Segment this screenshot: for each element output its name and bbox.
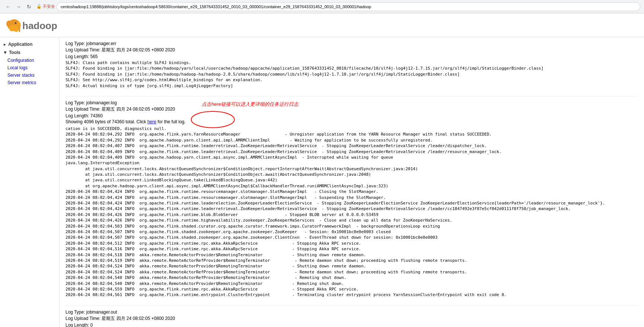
log-length-log: Log Length: 74360 [65, 113, 638, 118]
page-wrapper: hadoop ► Application ▼ Tools Configurati… [0, 13, 644, 327]
log-section-err: Log Type: jobmanager.err Log Upload Time… [65, 41, 638, 89]
main-area: ► Application ▼ Tools Configuration Loca… [0, 37, 644, 327]
application-label: Application [8, 42, 32, 47]
content-area: Log Type: jobmanager.err Log Upload Time… [60, 37, 644, 327]
annotation-text: 点击here链接可以进入更详细的任务运行日志 [202, 101, 298, 108]
nav-buttons: ← → ↻ [4, 2, 33, 11]
address-bar[interactable] [57, 2, 640, 11]
sidebar-link-configuration[interactable]: Configuration [0, 57, 59, 64]
log-body-err: SLF4J: Class path contains multiple SLF4… [65, 60, 638, 89]
hadoop-logo: hadoop [6, 16, 65, 34]
log-upload-out: Log Upload Time: 星期五 四月 24 08:02:05 +080… [65, 315, 638, 322]
log-upload-err: Log Upload Time: 星期五 四月 24 08:02:05 +080… [65, 47, 638, 53]
log-section-out: Log Type: jobmanager.out Log Upload Time… [65, 309, 638, 327]
svg-text:hadoop: hadoop [22, 20, 57, 31]
log-upload-log: Log Upload Time: 星期五 四月 24 08:02:05 +080… [65, 106, 638, 112]
back-button[interactable]: ← [4, 2, 13, 11]
security-indicator: 🔓 不安全 [36, 4, 55, 9]
sidebar-tools-header[interactable]: ▼ Tools [0, 48, 59, 57]
log-type-err: Log Type: jobmanager.err [65, 41, 638, 46]
sidebar-link-local-logs[interactable]: Local logs [0, 64, 59, 72]
showing-text: Showing 4096 bytes of 74360 total. Click [65, 119, 147, 124]
full-log-link[interactable]: here [147, 119, 156, 124]
logo-area: hadoop [6, 16, 65, 34]
svg-point-4 [6, 20, 12, 27]
log-length-err: Log Length: 565 [65, 54, 638, 59]
tools-arrow-icon: ▼ [3, 50, 7, 55]
header: hadoop [0, 13, 644, 37]
log-showing: Showing 4096 bytes of 74360 total. Click… [65, 119, 638, 124]
log-body-log: cation is in SUCCEEDED, diagnostics null… [65, 126, 638, 298]
divider-1 [65, 96, 638, 96]
svg-point-5 [15, 22, 16, 24]
svg-point-7 [191, 111, 234, 128]
showing-suffix: for the full log. [156, 119, 186, 124]
browser-bar: ← → ↻ 🔓 不安全 [0, 0, 644, 13]
svg-point-3 [10, 19, 18, 25]
log-type-log: Log Type: jobmanager.log [65, 100, 638, 105]
sidebar-link-server-stacks[interactable]: Server stacks [0, 72, 59, 79]
refresh-button[interactable]: ↻ [25, 2, 33, 11]
divider-2 [65, 305, 638, 306]
sidebar-application-header[interactable]: ► Application [0, 40, 59, 48]
application-arrow-icon: ► [3, 42, 7, 47]
sidebar: ► Application ▼ Tools Configuration Loca… [0, 37, 60, 327]
forward-button[interactable]: → [14, 2, 23, 11]
log-length-out: Log Length: 0 [65, 323, 638, 327]
log-type-out: Log Type: jobmanager.out [65, 309, 638, 315]
tools-label: Tools [9, 50, 20, 55]
sidebar-link-server-metrics[interactable]: Server metrics [0, 79, 59, 86]
log-section-log: Log Type: jobmanager.log Log Upload Time… [65, 100, 638, 298]
annotation-arrow [190, 108, 265, 138]
